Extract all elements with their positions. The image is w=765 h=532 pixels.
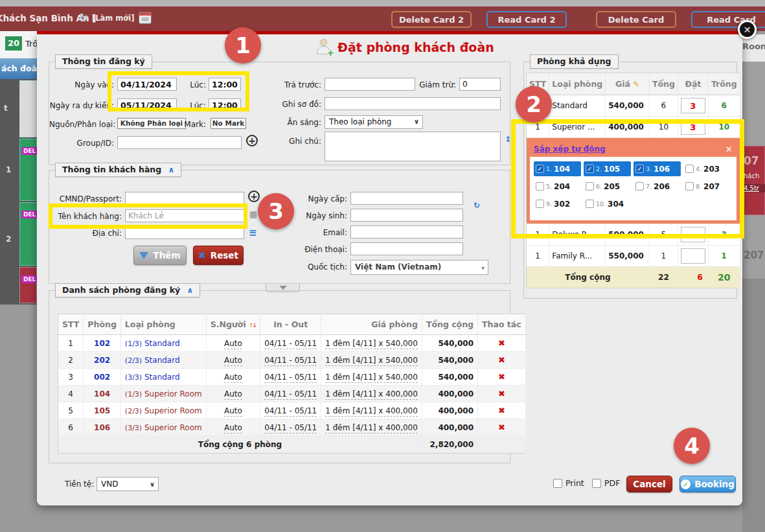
pdf-checkbox[interactable]: PDF <box>592 478 620 488</box>
delete-row-button[interactable]: ✖ <box>478 335 526 352</box>
price-cell[interactable]: 1 đêm [4/11] x 540,000 <box>321 352 422 369</box>
phone-input[interactable] <box>350 242 463 255</box>
room-link[interactable]: 002 <box>84 369 121 386</box>
inout-cell[interactable]: 04/11 - 05/11 <box>260 386 321 402</box>
price-cell[interactable]: 1 đêm [4/11] x 400,000 <box>321 386 422 402</box>
room-cell-occupied-red[interactable]: DEL <box>19 267 37 303</box>
refresh-link[interactable]: [Làm mới] <box>92 14 134 23</box>
sync-icon[interactable]: ↻ <box>474 201 480 210</box>
room-type[interactable]: (1/3) Standard <box>120 335 206 352</box>
room-cell-occupied[interactable]: DEL <box>19 139 37 201</box>
sort-icon[interactable]: ↑↓ <box>249 322 256 329</box>
menu-list-icon[interactable]: ≡ <box>249 227 257 238</box>
delete-card-2-button[interactable]: Delete Card 2 <box>391 11 472 28</box>
room-link[interactable]: 104 <box>84 386 121 402</box>
booked-input[interactable] <box>681 227 705 242</box>
add-group-icon[interactable]: + <box>246 135 258 146</box>
room-checkbox-203[interactable]: 4.203 <box>683 161 731 176</box>
checkin-time-input[interactable] <box>209 78 241 91</box>
print-checkbox[interactable]: Print <box>553 478 584 488</box>
room-link[interactable]: 202 <box>84 352 121 369</box>
inout-cell[interactable]: 04/11 - 05/11 <box>260 352 321 369</box>
col-price[interactable]: Giá ✎ <box>606 73 650 95</box>
guests-cell[interactable]: Auto <box>206 419 260 436</box>
refresh-icon[interactable]: ↻ <box>79 11 88 24</box>
room-checkbox-204[interactable]: 5.204 <box>534 179 581 194</box>
room-checkbox-302[interactable]: 9.302 <box>534 196 581 211</box>
email-input[interactable] <box>350 226 463 238</box>
prepay-input[interactable] <box>325 78 415 91</box>
delete-row-button[interactable]: ✖ <box>478 386 526 402</box>
mark-button[interactable]: No Mark <box>211 118 246 129</box>
inout-cell[interactable]: 04/11 - 05/11 <box>260 419 321 436</box>
price-cell[interactable]: 1 đêm [4/11] x 400,000 <box>321 402 422 419</box>
room-type[interactable]: (3/3) Superior Room <box>120 419 206 436</box>
guests-cell[interactable]: Auto <box>206 335 260 352</box>
note-textarea[interactable] <box>325 132 501 161</box>
auto-assign-link[interactable]: Sắp xếp tự động <box>534 145 606 154</box>
room-checkbox-205[interactable]: 6.205 <box>584 179 631 194</box>
delete-row-button[interactable]: ✖ <box>478 402 526 419</box>
calendar-icon[interactable] <box>139 12 152 24</box>
inout-cell[interactable]: 04/11 - 05/11 <box>260 335 321 352</box>
room-list-legend[interactable]: Danh sách phòng đăng ký ∧ <box>55 283 200 297</box>
room-cell-occupied[interactable]: DEL <box>19 202 37 266</box>
group-id-input[interactable] <box>117 136 242 149</box>
checkbox-icon[interactable] <box>553 479 562 488</box>
add-customer-icon[interactable]: + <box>248 191 260 202</box>
tab-khach-doan[interactable]: ách đoàn <box>0 58 37 79</box>
room-checkbox-304[interactable]: 10.304 <box>584 196 631 211</box>
room-checkbox-105[interactable]: 2.105 <box>584 161 631 176</box>
price-cell[interactable]: 1 đêm [4/11] x 540,000 <box>321 369 422 386</box>
edit-price-icon[interactable]: ✎ <box>633 80 639 89</box>
resize-vertical-icon[interactable]: ↕ <box>505 135 511 144</box>
breakfast-select[interactable]: Theo loại phòng ∨ <box>325 115 423 129</box>
room-cell[interactable] <box>19 80 37 137</box>
guests-cell[interactable]: Auto <box>206 402 260 419</box>
room-checkbox-206[interactable]: 7.206 <box>634 179 681 194</box>
collapse-up-icon[interactable]: ∧ <box>168 165 175 174</box>
booked-input[interactable] <box>681 98 705 113</box>
scan-id-icon[interactable]: ▦ <box>249 209 257 219</box>
checkin-date-input[interactable] <box>117 78 177 91</box>
customer-name-input[interactable] <box>125 209 244 222</box>
delete-row-button[interactable]: ✖ <box>478 369 526 386</box>
address-input[interactable] <box>125 226 244 239</box>
col-guests[interactable]: S.Người ↑↓ <box>206 314 260 335</box>
inout-cell[interactable]: 04/11 - 05/11 <box>260 402 321 419</box>
currency-select[interactable]: VND ∨ <box>97 477 159 491</box>
dob-input[interactable] <box>350 209 463 222</box>
delete-row-button[interactable]: ✖ <box>478 419 526 436</box>
room-link[interactable]: 102 <box>84 335 121 352</box>
passport-input[interactable] <box>125 192 244 205</box>
checkout-time-input[interactable] <box>209 98 241 111</box>
delete-card-button[interactable]: Delete Card <box>596 11 676 28</box>
nationality-select[interactable]: Việt Nam (Vietnam) ▾ <box>350 260 488 275</box>
diagram-input[interactable] <box>325 97 501 110</box>
room-checkbox-106[interactable]: 3.106 <box>634 161 681 176</box>
inout-cell[interactable]: 04/11 - 05/11 <box>260 369 321 386</box>
room-link[interactable]: 105 <box>84 402 121 419</box>
cancel-button[interactable]: Cancel <box>626 476 672 492</box>
room-type[interactable]: (3/3) Standard <box>120 369 206 386</box>
guests-cell[interactable]: Auto <box>206 386 260 402</box>
room-link[interactable]: 106 <box>84 419 121 436</box>
room-type[interactable]: (2/3) Superior Room <box>120 402 206 419</box>
room-type[interactable]: (1/3) Superior Room <box>120 386 206 402</box>
booking-button[interactable]: ✓ Booking <box>679 476 736 492</box>
room-checkbox-207[interactable]: 8.207 <box>683 179 731 194</box>
booked-input[interactable] <box>681 119 705 135</box>
guests-cell[interactable]: Auto <box>206 369 260 386</box>
booked-input[interactable] <box>681 248 705 264</box>
guests-cell[interactable]: Auto <box>206 352 260 369</box>
discount-input[interactable] <box>459 78 501 91</box>
delete-row-button[interactable]: ✖ <box>478 352 526 369</box>
room-checkbox-104[interactable]: 1.104 <box>534 161 581 176</box>
customer-legend[interactable]: Thông tin khách hàng ∧ <box>55 163 181 177</box>
close-dialog-button[interactable]: ✕ <box>738 20 757 39</box>
close-popup-icon[interactable]: ✕ <box>725 145 733 154</box>
add-button[interactable]: Thêm <box>133 246 187 265</box>
room-cell-occupied-red[interactable]: 07 hách 4.5tr <box>742 146 765 215</box>
room-type[interactable]: (2/3) Standard <box>120 352 206 369</box>
checkbox-icon[interactable] <box>592 479 601 488</box>
